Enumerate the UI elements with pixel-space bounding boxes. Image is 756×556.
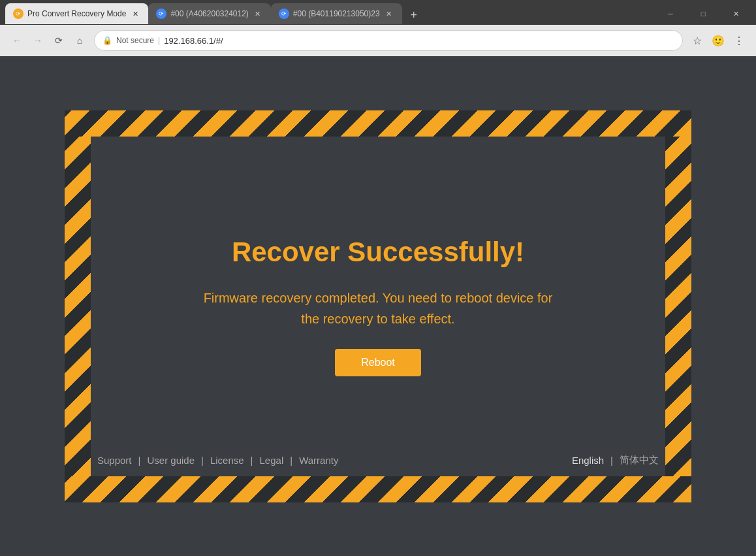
recovery-box: Recover Successfully! Firmware recovery … [65,110,691,502]
legal-link[interactable]: Legal [260,455,284,466]
address-bar: ← → ⟳ ⌂ 🔒 Not secure | 192.168.66.1/#/ ☆… [0,25,756,56]
new-tab-button[interactable]: + [405,6,423,24]
window-controls: ─ □ ✕ [655,3,751,24]
reboot-button[interactable]: Reboot [335,349,421,376]
forward-button[interactable]: → [29,31,47,50]
tab-label-1: Pro Convert Recovery Mode [27,9,126,18]
hazard-bottom [65,476,691,502]
minimize-button[interactable]: ─ [655,3,685,24]
chinese-link[interactable]: 简体中文 [620,454,659,466]
back-button[interactable]: ← [8,31,26,50]
url-display: 192.168.66.1/#/ [164,36,674,46]
profile-button[interactable]: 🙂 [709,31,727,50]
reload-button[interactable]: ⟳ [50,31,68,50]
tab-device-1[interactable]: ⟳ #00 (A406200324012) ✕ [148,3,270,24]
hazard-top [65,110,691,137]
menu-button[interactable]: ⋮ [730,31,748,50]
tab-favicon-3: ⟳ [279,8,289,19]
footer-links: Support | User guide | License | Legal |… [97,454,659,466]
inner-content: Recover Successfully! Firmware recovery … [91,137,665,476]
tab-label-3: #00 (B401190213050)23 [293,9,380,18]
title-bar: ⟳ Pro Convert Recovery Mode ✕ ⟳ #00 (A40… [0,0,756,25]
footer-sep-4: | [290,455,292,466]
page-content: Recover Successfully! Firmware recovery … [0,56,756,556]
tab-close-3[interactable]: ✕ [384,8,394,19]
close-button[interactable]: ✕ [721,3,751,24]
lock-icon: 🔒 [102,36,112,45]
lang-sep: | [610,455,613,466]
tab-pro-convert[interactable]: ⟳ Pro Convert Recovery Mode ✕ [5,3,148,24]
home-button[interactable]: ⌂ [71,31,89,50]
url-bar[interactable]: 🔒 Not secure | 192.168.66.1/#/ [94,30,683,51]
nav-buttons: ← → ⟳ ⌂ [8,31,89,50]
footer-sep-2: | [201,455,204,466]
success-title: Recover Successfully! [232,237,524,268]
footer-left: Support | User guide | License | Legal |… [97,455,338,466]
bookmarks-button[interactable]: ☆ [688,31,706,50]
message-line1: Firmware recovery completed. You need to… [204,291,553,305]
footer-sep-1: | [138,455,141,466]
message-line2: the recovery to take effect. [301,312,454,326]
english-link[interactable]: English [572,455,604,466]
footer-right: English | 简体中文 [572,454,659,466]
tab-close-1[interactable]: ✕ [130,8,140,19]
tab-device-2[interactable]: ⟳ #00 (B401190213050)23 ✕ [271,3,402,24]
tab-label-2: #00 (A406200324012) [170,9,248,18]
tabs-container: ⟳ Pro Convert Recovery Mode ✕ ⟳ #00 (A40… [5,3,655,24]
tab-favicon-1: ⟳ [13,8,24,19]
tab-favicon-2: ⟳ [156,8,166,19]
footer-sep-3: | [251,455,253,466]
tab-close-2[interactable]: ✕ [253,8,263,19]
hazard-right [665,137,691,476]
browser-chrome: ⟳ Pro Convert Recovery Mode ✕ ⟳ #00 (A40… [0,0,756,56]
url-separator: | [158,36,160,45]
maximize-button[interactable]: □ [688,3,718,24]
not-secure-label: Not secure [116,36,154,45]
warranty-link[interactable]: Warranty [299,455,338,466]
toolbar-right: ☆ 🙂 ⋮ [688,31,748,50]
success-message: Firmware recovery completed. You need to… [204,287,553,329]
hazard-left [65,137,91,476]
license-link[interactable]: License [210,455,244,466]
support-link[interactable]: Support [97,455,132,466]
user-guide-link[interactable]: User guide [147,455,195,466]
